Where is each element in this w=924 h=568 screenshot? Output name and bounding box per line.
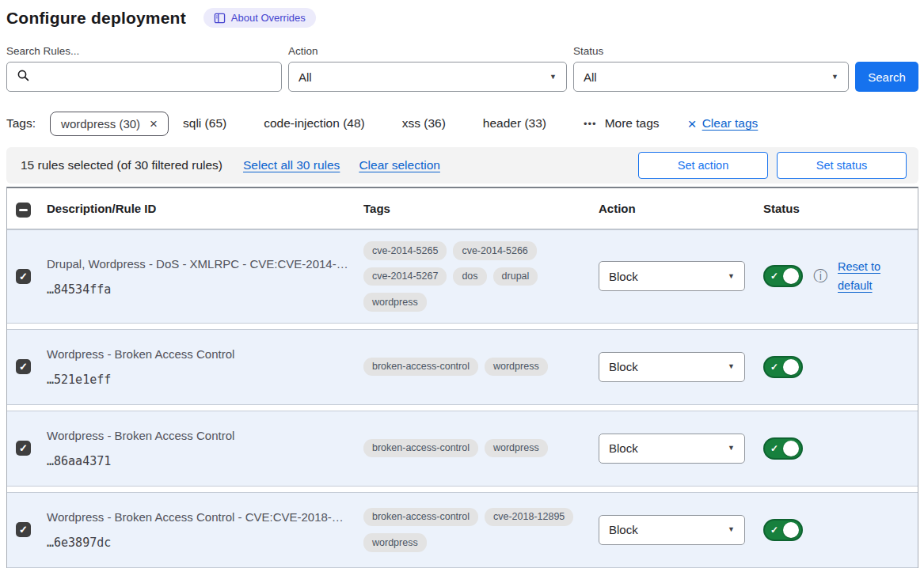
row-rule-id: …521e1eff [47,372,363,388]
clear-tags-button[interactable]: × Clear tags [688,116,759,131]
table-body: ✓ Drupal, Wordpress - DoS - XMLRPC - CVE… [7,229,918,568]
action-select[interactable]: Block ▼ [599,434,745,464]
status-toggle[interactable]: ✓ [763,265,803,287]
check-icon: ✓ [19,443,28,453]
tag-item-xss[interactable]: xss (36) [402,116,446,131]
tag-pill: dos [453,267,486,286]
action-select-value: Block [609,523,638,536]
row-tags: broken-access-controlwordpress [363,439,599,458]
selection-summary: 15 rules selected (of 30 filtered rules) [21,158,222,172]
action-select[interactable]: Block ▼ [599,352,745,382]
remove-tag-icon[interactable]: × [150,117,158,131]
tag-pill: cve-2014-5266 [453,241,536,260]
tag-pill: broken-access-control [363,439,478,458]
row-tags: broken-access-controlcve-2018-12895wordp… [363,508,599,552]
tags-label: Tags: [6,116,36,131]
status-filter-field: Status All ▼ [573,45,849,92]
column-header-description: Description/Rule ID [47,202,363,215]
tag-pill: wordpress [485,358,548,377]
toggle-knob [783,359,799,375]
configure-deployment-page: Configure deployment About Overrides Sea… [0,0,924,568]
row-rule-id: …6e3897dc [47,535,363,551]
about-overrides-badge[interactable]: About Overrides [203,8,316,28]
status-toggle[interactable]: ✓ [763,437,803,460]
select-all-link[interactable]: Select all 30 rules [243,158,340,172]
row-description: Wordpress - Broken Access Control [47,427,363,445]
check-icon: ✓ [770,444,778,453]
clear-tags-label: Clear tags [702,116,759,131]
selection-bar: 15 rules selected (of 30 filtered rules)… [6,147,918,184]
row-tags: cve-2014-5265cve-2014-5266cve-2014-5267d… [363,241,599,312]
filter-row: Search Rules... Action All ▼ Status All … [6,45,918,92]
action-select[interactable]: Block ▼ [599,515,745,545]
tag-pill: drupal [493,267,538,286]
action-filter-select[interactable]: All ▼ [288,62,567,92]
reset-to-default-link[interactable]: Reset to default [838,257,888,295]
chevron-down-icon: ▼ [728,526,735,533]
tag-pill: wordpress [363,293,427,312]
tag-item-header[interactable]: header (33) [483,116,546,131]
row-rule-id: …84534ffa [47,282,363,297]
row-description: Wordpress - Broken Access Control - CVE:… [47,509,363,526]
status-filter-select[interactable]: All ▼ [573,62,849,92]
rules-table: Description/Rule ID Tags Action Status ✓… [6,187,918,568]
table-row: ✓ Wordpress - Broken Access Control - CV… [7,492,918,568]
set-action-button[interactable]: Set action [638,152,768,179]
search-button[interactable]: Search [855,62,918,92]
info-icon[interactable]: ⓘ [813,269,827,283]
row-checkbox[interactable]: ✓ [16,359,31,374]
tag-pill: broken-access-control [363,508,478,527]
more-dots-icon: ••• [584,118,597,130]
select-all-checkbox[interactable] [16,203,31,218]
toggle-knob [783,441,799,456]
row-checkbox[interactable]: ✓ [16,269,31,284]
search-icon [17,69,30,85]
tag-pill: cve-2014-5267 [363,267,447,286]
row-checkbox[interactable]: ✓ [16,441,31,456]
status-toggle[interactable]: ✓ [763,356,803,378]
check-icon: ✓ [770,271,778,281]
table-row: ✓ Wordpress - Broken Access Control …521… [7,329,918,405]
action-filter-field: Action All ▼ [288,45,567,92]
chevron-down-icon: ▼ [549,74,557,81]
chevron-down-icon: ▼ [728,445,735,452]
tag-pill: wordpress [363,533,427,552]
action-filter-value: All [298,70,312,84]
row-checkbox[interactable]: ✓ [16,522,31,537]
action-select[interactable]: Block ▼ [599,261,745,291]
titlebar: Configure deployment About Overrides [6,8,918,28]
tag-pill: broken-access-control [363,358,478,377]
tag-item-code-injection[interactable]: code-injection (48) [264,116,365,131]
tags-bar: Tags: wordpress (30) × sqli (65) code-in… [6,109,918,138]
search-input-box[interactable] [6,62,282,92]
toggle-knob [783,522,799,538]
set-status-button[interactable]: Set status [777,152,907,179]
check-icon: ✓ [19,362,28,372]
status-filter-value: All [584,70,597,84]
tag-pill: cve-2018-12895 [485,508,573,527]
toggle-knob [783,268,799,284]
search-input[interactable] [38,70,272,84]
about-overrides-label: About Overrides [231,12,306,24]
tag-item-sqli[interactable]: sqli (65) [183,116,226,131]
status-toggle[interactable]: ✓ [763,519,803,541]
indeterminate-icon [19,209,28,211]
more-tags-button[interactable]: ••• More tags [584,116,660,131]
column-header-status: Status [763,202,918,215]
column-header-tags: Tags [363,202,599,215]
row-rule-id: …86aa4371 [47,453,363,469]
action-filter-label: Action [288,45,567,57]
row-description: Wordpress - Broken Access Control [47,346,363,363]
chevron-down-icon: ▼ [831,74,838,81]
table-header-row: Description/Rule ID Tags Action Status [7,188,918,229]
action-select-value: Block [609,270,638,283]
clear-selection-link[interactable]: Clear selection [359,158,440,172]
tag-pill: wordpress [485,439,548,458]
close-icon: × [688,116,697,131]
table-row: ✓ Wordpress - Broken Access Control …86a… [7,411,918,487]
search-rules-label: Search Rules... [6,45,282,57]
table-row: ✓ Drupal, Wordpress - DoS - XMLRPC - CVE… [7,229,918,324]
status-filter-label: Status [573,45,849,57]
action-select-value: Block [609,360,638,373]
selected-tag-chip[interactable]: wordpress (30) × [50,112,169,136]
